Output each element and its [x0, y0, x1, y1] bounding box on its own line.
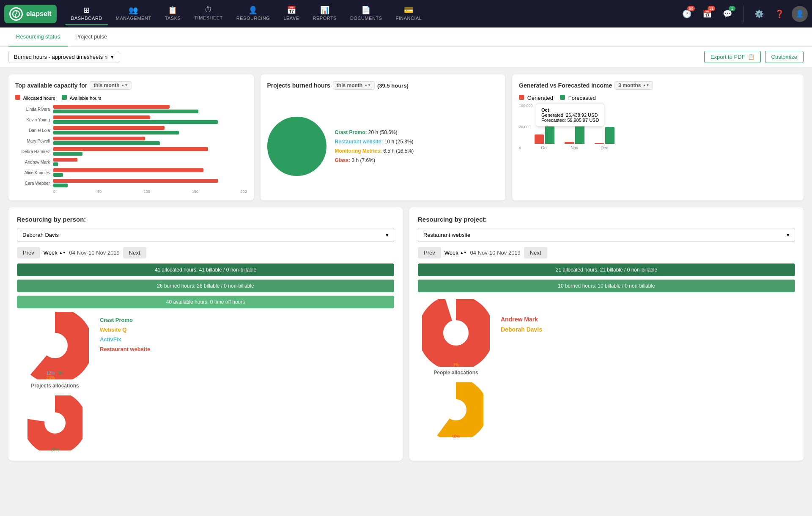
burned-card-title: Projects burned hours this month ▲▼ (39.… — [267, 81, 499, 90]
person-selector[interactable]: Deborah Davis ▾ — [17, 228, 394, 242]
settings-button[interactable]: ⚙️ — [751, 6, 767, 22]
project-date-range: 04 Nov-10 Nov 2019 — [470, 250, 521, 256]
financial-icon: 💳 — [404, 5, 414, 15]
main-content: Top available capacity for this month ▲▼… — [0, 68, 812, 467]
allocated-bar — [53, 105, 170, 109]
project-next-button[interactable]: Next — [524, 247, 547, 258]
income-tooltip: Oct Generated: 26,438.92 USD Forecasted:… — [536, 104, 604, 126]
project-list: Crast Promo Website Q ActivFix Restauran… — [100, 317, 394, 352]
legend-monitoring-metrics: Monitoring Metrics: 6.5 h (16.5%) — [335, 148, 414, 154]
nav-leave[interactable]: 📅 LEAVE — [277, 2, 305, 25]
capacity-period-selector[interactable]: this month ▲▼ — [90, 81, 132, 90]
chevron-down-icon: ▾ — [111, 54, 114, 60]
help-button[interactable]: ❓ — [771, 6, 787, 22]
nav-tasks[interactable]: 📋 TASKS — [159, 2, 187, 25]
period-stepper: ▲▼ — [460, 251, 467, 255]
axis-labels: 0 50 100 150 200 — [53, 189, 247, 194]
available-bar — [53, 141, 160, 145]
project-item-0[interactable]: Crast Promo — [100, 317, 394, 323]
capacity-bar-row: Kevin Young — [15, 115, 247, 124]
metric-dropdown[interactable]: Burned hours - approved timesheets h ▾ — [8, 51, 119, 63]
income-card-title: Generated vs Forecasted income 3 months … — [519, 81, 797, 90]
tab-project-pulse[interactable]: Project pulse — [68, 27, 115, 47]
project-item-3[interactable]: Restaurant website — [100, 346, 394, 352]
customize-button[interactable]: Customize — [765, 51, 804, 63]
project-week-selector[interactable]: Week ▲▼ — [444, 250, 467, 256]
chevron-down-icon: ▾ — [787, 232, 790, 238]
capacity-bar-row: Andrew Mark — [15, 158, 247, 166]
dec-forecasted-bar — [605, 127, 614, 144]
nav-timesheet[interactable]: ⏱ TIMESHEET — [188, 2, 228, 25]
tab-resourcing-status[interactable]: Resourcing status — [8, 27, 68, 47]
week-selector[interactable]: Week ▲▼ — [44, 250, 66, 256]
logo[interactable]: elapseit — [4, 5, 57, 23]
messages-button[interactable]: 💬 1 — [719, 6, 735, 22]
nav-dashboard[interactable]: ⊞ DASHBOARD — [65, 2, 108, 25]
svg-point-1 — [282, 132, 312, 161]
nav-management[interactable]: 👥 MANAGEMENT — [110, 2, 157, 25]
legend-glass: Glass: 3 h (7.6%) — [335, 157, 414, 163]
resourcing-project-title: Resourcing by project: — [418, 216, 795, 223]
nav-reports[interactable]: 📊 REPORTS — [307, 2, 343, 25]
project-second-pie: 60% 40% — [428, 382, 483, 439]
project-item-1[interactable]: Website Q — [100, 327, 394, 333]
nav-financial[interactable]: 💳 FINANCIAL — [390, 2, 428, 25]
burned-legend: Crast Promo: 20 h (50.6%) Restaurant web… — [335, 129, 414, 163]
management-icon: 👥 — [129, 5, 138, 15]
capacity-card: Top available capacity for this month ▲▼… — [8, 74, 254, 200]
income-period-selector[interactable]: 3 months ▲▼ — [614, 81, 653, 90]
project-prev-button[interactable]: Prev — [418, 247, 441, 258]
second-pie-area: 77% 23% — [27, 395, 82, 452]
stepper-icon: ▲▼ — [643, 84, 650, 87]
capacity-bar-row: Debra Ramirez — [15, 147, 247, 156]
pdf-icon: 📋 — [748, 54, 754, 60]
filter-bar: Burned hours - approved timesheets h ▾ E… — [0, 47, 812, 68]
burned-period-selector[interactable]: this month ▲▼ — [333, 81, 375, 90]
resourcing-project-card: Resourcing by project: Restaurant websit… — [409, 207, 804, 461]
tasks-icon: 📋 — [168, 5, 178, 15]
project-bottom-content: 95% 3% People allocations 60% 40% — [418, 299, 795, 439]
nav-right-actions: 🕐 50 📅 11 💬 1 ⚙️ ❓ 👤 — [679, 5, 808, 22]
forecasted-legend: Forecasted — [560, 95, 596, 101]
next-button[interactable]: Next — [123, 247, 146, 258]
burned-hours-card: Projects burned hours this month ▲▼ (39.… — [261, 74, 506, 200]
project-second-pie: 60% — [428, 382, 483, 437]
projects-pie-chart: 61% — [21, 312, 89, 379]
available-bar — [53, 162, 58, 166]
top-navigation: elapseit ⊞ DASHBOARD 👥 MANAGEMENT 📋 TASK… — [0, 0, 812, 27]
resourcing-person-card: Resourcing by person: Deborah Davis ▾ Pr… — [8, 207, 403, 461]
filter-actions: Export to PDF 📋 Customize — [704, 51, 804, 63]
available-bar — [53, 110, 198, 113]
people-list-area: Andrew Mark Deborah Davis — [501, 299, 795, 439]
y-axis: 100,000 20,000 0 — [519, 104, 535, 150]
prev-button[interactable]: Prev — [17, 247, 40, 258]
user-avatar[interactable]: 👤 — [792, 6, 808, 22]
gear-icon: ⚙️ — [754, 9, 764, 19]
project-burned-bar: 10 burned hours: 10 billable / 0 non-bil… — [418, 280, 795, 292]
projects-pie-area: 61% 12% 3% 24% Projects allocations — [17, 312, 93, 452]
nav-documents[interactable]: 📄 DOCUMENTS — [344, 2, 388, 25]
generated-legend: Generated — [519, 95, 553, 101]
period-stepper: ▲▼ — [59, 251, 66, 255]
notifications-button[interactable]: 📅 11 — [699, 6, 715, 22]
stepper-icon: ▲▼ — [364, 84, 371, 87]
export-pdf-button[interactable]: Export to PDF 📋 — [704, 51, 761, 63]
date-range: 04 Nov-10 Nov 2019 — [69, 250, 120, 256]
forecasted-dot — [560, 95, 565, 100]
bottom-row: Resourcing by person: Deborah Davis ▾ Pr… — [8, 207, 804, 461]
person-item-1[interactable]: Deborah Davis — [501, 326, 795, 333]
generated-dot — [519, 95, 524, 100]
person-item-0[interactable]: Andrew Mark — [501, 316, 795, 323]
dashboard-icon: ⊞ — [83, 5, 90, 15]
allocated-bar — [53, 137, 145, 140]
project-selector[interactable]: Restaurant website ▾ — [418, 228, 795, 242]
allocated-bar — [53, 168, 203, 172]
nav-resourcing[interactable]: 👤 RESOURCING — [230, 2, 276, 25]
people-pie-chart: 95% — [422, 299, 490, 367]
allocated-hours-bar: 41 allocated hours: 41 billable / 0 non-… — [17, 263, 394, 276]
svg-text:95%: 95% — [448, 328, 464, 336]
burned-content: Crast Promo: 20 h (50.6%) Restaurant web… — [267, 99, 499, 194]
alerts-button[interactable]: 🕐 50 — [679, 6, 695, 22]
user-icon: 👤 — [796, 10, 804, 18]
project-item-2[interactable]: ActivFix — [100, 336, 394, 343]
